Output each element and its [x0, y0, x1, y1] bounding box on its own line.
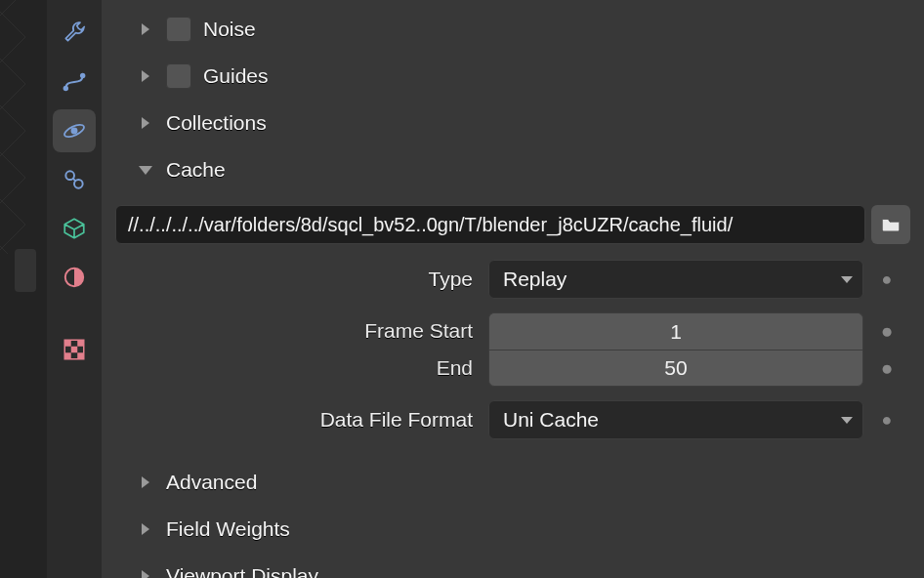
properties-panel: Noise Guides Collections Cache — [102, 0, 924, 578]
tab-modifier[interactable] — [53, 12, 96, 55]
cache-body: Type Replay ● Frame Start End — [102, 193, 924, 459]
frame-start-label: Frame Start — [115, 312, 473, 350]
cache-type-dropdown[interactable]: Replay — [488, 260, 863, 299]
tab-material[interactable] — [53, 256, 96, 299]
dropdown-value: Replay — [503, 268, 567, 291]
section-label: Advanced — [166, 471, 257, 494]
dropdown-value: Uni Cache — [503, 408, 599, 432]
type-label: Type — [115, 268, 479, 291]
svg-rect-11 — [64, 352, 71, 359]
browse-folder-button[interactable] — [871, 205, 910, 244]
section-collections[interactable]: Collections — [102, 100, 924, 146]
anim-dot[interactable]: ● — [873, 350, 901, 387]
chevron-right-icon — [137, 114, 154, 132]
svg-point-2 — [71, 128, 78, 135]
tab-particles[interactable] — [53, 61, 96, 103]
svg-point-0 — [63, 86, 68, 91]
format-dropdown[interactable]: Uni Cache — [488, 400, 863, 439]
tab-constraints[interactable] — [53, 158, 96, 201]
chevron-right-icon — [137, 567, 154, 578]
section-cache[interactable]: Cache — [102, 146, 924, 193]
frame-end-field[interactable]: 50 — [488, 350, 863, 387]
curve-icon — [62, 69, 87, 95]
frame-end-label: End — [115, 350, 473, 387]
svg-point-1 — [80, 73, 85, 78]
section-label: Collections — [166, 111, 267, 135]
section-guides[interactable]: Guides — [102, 53, 924, 100]
chevron-down-icon — [841, 276, 853, 283]
section-viewport-display[interactable]: Viewport Display — [102, 553, 924, 578]
noise-checkbox[interactable] — [166, 17, 191, 42]
constraint-icon — [62, 167, 87, 192]
section-label: Cache — [166, 158, 226, 182]
tab-texture[interactable] — [53, 328, 96, 371]
tab-data[interactable] — [53, 207, 96, 250]
frame-start-field[interactable]: 1 — [488, 312, 863, 350]
mesh-data-icon — [62, 216, 87, 241]
cache-path-input[interactable] — [115, 205, 865, 244]
section-advanced[interactable]: Advanced — [102, 459, 924, 506]
section-noise[interactable]: Noise — [102, 6, 924, 53]
chevron-right-icon — [137, 474, 154, 491]
wrench-icon — [62, 21, 87, 46]
anim-dot[interactable]: ● — [873, 312, 901, 350]
svg-rect-10 — [71, 347, 78, 353]
section-field-weights[interactable]: Field Weights — [102, 506, 924, 553]
section-label: Guides — [203, 64, 269, 88]
viewport-edge — [0, 0, 47, 578]
section-label: Noise — [203, 18, 256, 41]
chevron-right-icon — [137, 520, 154, 538]
chevron-right-icon — [137, 21, 154, 38]
folder-icon — [880, 214, 902, 235]
svg-rect-8 — [64, 340, 71, 347]
section-label: Field Weights — [166, 517, 290, 541]
chevron-down-icon — [841, 417, 853, 424]
material-icon — [62, 265, 87, 290]
section-label: Viewport Display — [166, 564, 318, 578]
guides-checkbox[interactable] — [166, 63, 191, 89]
chevron-right-icon — [137, 67, 154, 85]
physics-icon — [62, 118, 87, 144]
format-label: Data File Format — [115, 408, 479, 432]
anim-dot[interactable]: ● — [873, 411, 901, 429]
svg-rect-9 — [77, 340, 84, 347]
anim-dot[interactable]: ● — [873, 270, 901, 288]
properties-tabs — [47, 0, 102, 578]
chevron-down-icon — [137, 161, 154, 179]
svg-rect-12 — [77, 352, 84, 359]
texture-icon — [62, 337, 87, 362]
tab-physics[interactable] — [53, 109, 96, 152]
